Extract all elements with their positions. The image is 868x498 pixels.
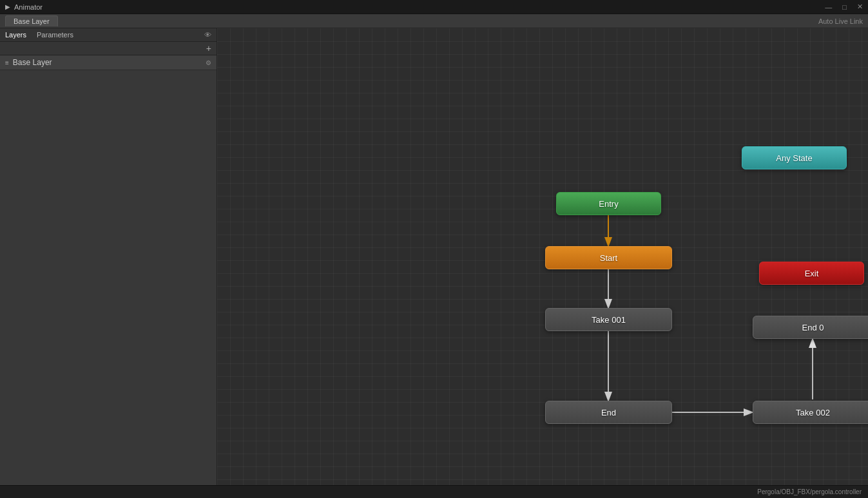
any-state-node-label: Any State (776, 153, 812, 163)
layer-menu-icon: ≡ (5, 59, 9, 66)
app-title: Animator (14, 3, 43, 11)
maximize-button[interactable]: □ (842, 3, 847, 11)
animator-canvas[interactable]: Entry Start Any State Exit Take 001 End … (217, 28, 868, 485)
entry-node-label: Entry (599, 199, 618, 209)
window-controls[interactable]: — □ ✕ (825, 3, 863, 11)
take002-node[interactable]: Take 002 (753, 401, 868, 424)
statusbar: Pergola/OBJ_FBX/pergola.controller (0, 485, 868, 498)
layers-tab[interactable]: Layers (5, 31, 26, 39)
file-path: Pergola/OBJ_FBX/pergola.controller (757, 488, 862, 495)
main-layout: Layers Parameters 👁 + ≡ Base Layer ⚙ (0, 28, 868, 485)
panel-toolbar: + (0, 42, 217, 55)
parameters-tab[interactable]: Parameters (37, 31, 73, 39)
tabbar-left: Base Layer (5, 15, 58, 26)
titlebar-left: ▶ Animator (5, 3, 43, 11)
start-node-label: Start (600, 253, 617, 263)
exit-node[interactable]: Exit (759, 262, 864, 285)
base-layer-tab[interactable]: Base Layer (5, 15, 58, 26)
minimize-button[interactable]: — (825, 3, 832, 11)
start-node[interactable]: Start (545, 246, 672, 269)
take001-node[interactable]: Take 001 (545, 308, 672, 331)
tabbar: Base Layer Auto Live Link (0, 14, 868, 28)
panel-tabs: Layers Parameters 👁 (0, 28, 217, 42)
layer-gear-icon[interactable]: ⚙ (206, 59, 211, 66)
layer-name: Base Layer (13, 58, 52, 67)
end-node[interactable]: End (545, 401, 672, 424)
take002-node-label: Take 002 (796, 408, 830, 417)
animator-icon: ▶ (5, 3, 10, 10)
any-state-node[interactable]: Any State (742, 146, 847, 169)
end0-node-label: End 0 (802, 323, 824, 332)
layer-item[interactable]: ≡ Base Layer ⚙ (0, 55, 217, 70)
layer-item-left: ≡ Base Layer (5, 58, 52, 67)
take001-node-label: Take 001 (592, 315, 626, 325)
eye-icon[interactable]: 👁 (204, 31, 211, 39)
end-node-label: End (601, 408, 616, 417)
titlebar: ▶ Animator — □ ✕ (0, 0, 868, 14)
left-panel: Layers Parameters 👁 + ≡ Base Layer ⚙ (0, 28, 217, 485)
entry-node[interactable]: Entry (556, 192, 661, 215)
exit-node-label: Exit (805, 269, 819, 278)
close-button[interactable]: ✕ (857, 3, 863, 11)
add-layer-button[interactable]: + (206, 44, 211, 53)
end0-node[interactable]: End 0 (753, 316, 868, 339)
auto-live-link-button[interactable]: Auto Live Link (818, 17, 863, 25)
panel-tabs-left: Layers Parameters (5, 31, 73, 39)
